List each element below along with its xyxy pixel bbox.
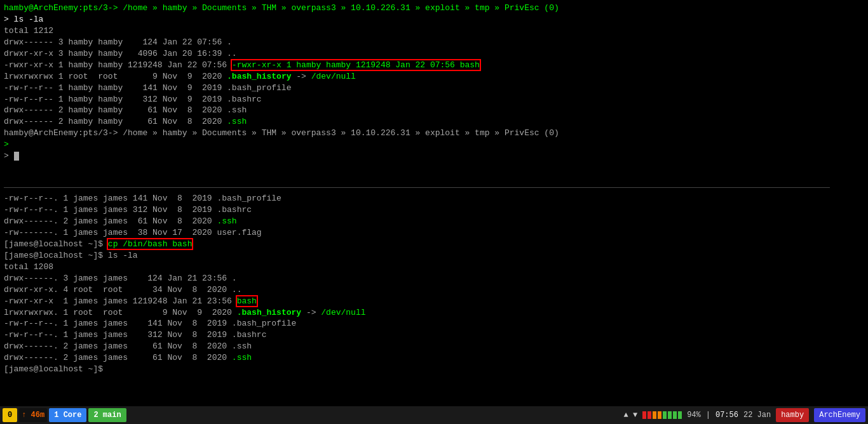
- ssh-line: drwx------ 2 hamby hamby 61 Nov 8 2020 .…: [4, 116, 864, 128]
- statusbar-zero[interactable]: 0: [3, 408, 17, 422]
- statusbar-core[interactable]: 1 Core: [49, 408, 86, 422]
- statusbar: 0 ↑ 46m 1 Core 2 main ▲ ▼ 94% | 07:56 22…: [0, 406, 868, 424]
- arch-label: ArchEnemy: [819, 411, 860, 420]
- bash-profile-line: -rw-r--r-- 1 hamby hamby 312 Nov 9 2019 …: [4, 94, 864, 105]
- terminal-cursor: [14, 152, 19, 161]
- james-user-flag2: [james@localhost ~]$: [4, 364, 864, 375]
- statusbar-arch: ArchEnemy: [814, 408, 865, 422]
- bat-seg-2: [648, 411, 651, 419]
- dir-line-1: drwx------ 3 hamby hamby 124 Jan 22 07:5…: [4, 37, 864, 48]
- statusbar-right: ▲ ▼ 94% | 07:56 22 Jan hamby ArchEnemy: [624, 408, 865, 422]
- bash-history-link: .bash_history: [227, 72, 291, 81]
- bash-history-line: lrwxrwxrwx 1 root root 9 Nov 9 2020 .bas…: [4, 71, 864, 83]
- james-ssh-dir: .ssh: [217, 216, 236, 226]
- james-bash-history: lrwxrwxrwx. 1 root root 9 Nov 9 2020 .ba…: [4, 307, 864, 319]
- james-bash-logout: -rw-r--r--. 1 james james 141 Nov 8 2019…: [4, 318, 864, 329]
- james-bash-profile: -rw-r--r--. 1 james james 141 Nov 8 2019…: [4, 193, 864, 204]
- bash-highlight-bottom: bash: [237, 296, 257, 306]
- bat-seg-1: [642, 411, 646, 419]
- zero-label: 0: [8, 411, 12, 420]
- core-label: Core: [64, 411, 82, 420]
- statusbar-main[interactable]: 2 main: [88, 408, 126, 422]
- bash-logout-line: -rw-r--r-- 1 hamby hamby 141 Nov 9 2019 …: [4, 83, 864, 94]
- prompt-line-1: hamby@ArchEnemy:pts/3-> /home » hamby » …: [4, 3, 864, 14]
- terminal-area: hamby@ArchEnemy:pts/3-> /home » hamby » …: [0, 0, 868, 400]
- bat-seg-5: [663, 411, 667, 419]
- sep-2: 22 Jan: [743, 411, 771, 420]
- user-flag-line: hamby@ArchEnemy:pts/3-> /home » hamby » …: [4, 128, 864, 139]
- james-ls-la: [james@localhost ~]$ ls -la: [4, 250, 864, 262]
- cmd-line-ls: > ls -la: [4, 14, 864, 25]
- bash-highlight-top: -rwxr-xr-x 1 hamby hamby 1219248 Jan 22 …: [232, 60, 480, 70]
- james-ssh-dir2: .ssh: [232, 353, 252, 362]
- sep-1: |: [706, 411, 710, 420]
- james-bash-file: -rwxr-xr-x 1 james james 1219248 Jan 21 …: [4, 296, 864, 307]
- james-ssh2: drwx------. 2 james james 61 Nov 8 2020 …: [4, 352, 864, 364]
- cp-bash-highlight: cp /bin/bash bash: [108, 239, 193, 249]
- statusbar-time: 07:56: [715, 411, 738, 420]
- cursor-line[interactable]: >: [4, 150, 864, 162]
- james-bashrc2: drwx------. 2 james james 61 Nov 8 2020 …: [4, 341, 864, 352]
- bat-seg-4: [658, 411, 661, 419]
- total-line: total 1212: [4, 25, 864, 37]
- bat-seg-3: [653, 411, 656, 419]
- dev-null-link: /dev/null: [311, 72, 356, 81]
- james-total: total 1208: [4, 262, 864, 273]
- dir-line-2: drwxr-xr-x 3 hamby hamby 4096 Jan 20 16:…: [4, 48, 864, 60]
- bashrc-line: drwx------ 2 hamby hamby 61 Nov 8 2020 .…: [4, 105, 864, 116]
- james-dot: drwx------. 3 james james 124 Jan 21 23:…: [4, 273, 864, 284]
- core-num: 1: [54, 411, 58, 420]
- james-bash-history-link: .bash_history: [237, 308, 301, 317]
- main-num: 2: [93, 411, 98, 420]
- main-label: main: [103, 411, 121, 420]
- james-dotdot: drwxr-xr-x. 4 root root 34 Nov 8 2020 ..: [4, 284, 864, 296]
- arrow-time-label: ↑ 46m: [22, 411, 44, 420]
- bat-seg-8: [678, 411, 682, 419]
- bat-seg-6: [668, 411, 672, 419]
- james-ssh: drwx------. 2 james james 61 Nov 8 2020 …: [4, 216, 864, 227]
- section-divider: [4, 187, 830, 188]
- nav-arrows: ▲ ▼: [624, 411, 638, 420]
- james-bashrc: -rw-r--r--. 1 james james 312 Nov 8 2019…: [4, 204, 864, 216]
- james-prompt-cp: [james@localhost ~]$ cp /bin/bash bash: [4, 239, 864, 250]
- battery-pct: 94%: [687, 411, 701, 420]
- ssh-dir-top: .ssh: [227, 117, 247, 126]
- james-bash-profile2: -rw-r--r--. 1 james james 312 Nov 8 2019…: [4, 329, 864, 341]
- statusbar-arrow-time: ↑ 46m: [19, 408, 47, 422]
- bash-file-line: -rwxr-xr-x 1 hamby hamby 1219248 Jan 22 …: [4, 60, 864, 71]
- james-dev-null: /dev/null: [321, 308, 365, 317]
- prompt-line-2: >: [4, 139, 864, 150]
- battery-bar: [642, 411, 682, 419]
- statusbar-user: hamby: [776, 408, 809, 422]
- user-label: hamby: [781, 411, 804, 420]
- james-user-flag: -rw-------. 1 james james 38 Nov 17 2020…: [4, 227, 864, 239]
- bat-seg-7: [673, 411, 677, 419]
